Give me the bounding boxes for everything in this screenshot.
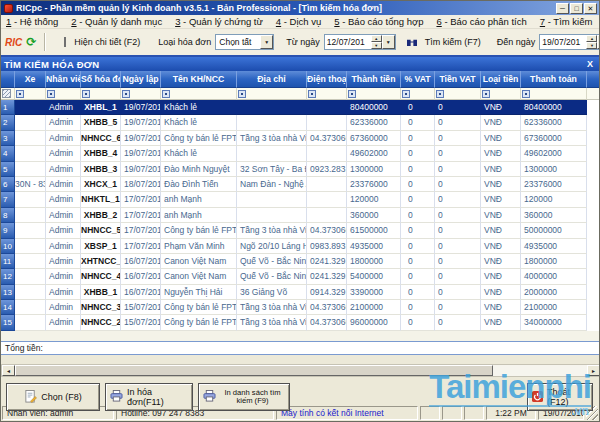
- table-cell[interactable]: 0: [401, 131, 435, 146]
- table-cell[interactable]: Admin: [46, 315, 81, 330]
- column-header[interactable]: Điện thoại: [307, 71, 347, 88]
- search-icon[interactable]: [406, 37, 418, 47]
- table-row[interactable]: 2AdminXHBB_519/07/2010Khách lẻ6233600000…: [1, 115, 599, 130]
- table-cell[interactable]: Admin: [46, 115, 81, 130]
- table-cell[interactable]: NHNCC_6: [81, 131, 121, 146]
- filter-button-icon[interactable]: [122, 90, 130, 98]
- filter-button-icon[interactable]: [436, 90, 444, 98]
- menu-item-2[interactable]: 2 - Quản lý danh mục: [71, 16, 162, 27]
- table-cell[interactable]: NHNCC_2: [81, 315, 121, 330]
- table-cell[interactable]: 32 Sơn Tây - Ba Đìn: [237, 162, 307, 177]
- table-cell[interactable]: 0: [435, 115, 481, 130]
- table-cell[interactable]: [15, 254, 46, 269]
- table-cell[interactable]: 4000000: [521, 269, 587, 284]
- table-cell[interactable]: Nam Đàn - Nghệ An: [237, 177, 307, 192]
- table-cell[interactable]: Công ty bán lẻ FPT: [161, 300, 237, 315]
- table-row[interactable]: 630N - 83AdminXHCX_118/07/2010Đào Đình T…: [1, 177, 599, 192]
- table-cell[interactable]: 1300000: [347, 162, 401, 177]
- table-cell[interactable]: Admin: [46, 131, 81, 146]
- table-cell[interactable]: 0914.329.329: [307, 285, 347, 300]
- table-cell[interactable]: 19/07/2010: [121, 100, 161, 115]
- row-number[interactable]: 3: [1, 131, 15, 146]
- row-number[interactable]: 11: [1, 254, 15, 269]
- table-cell[interactable]: 1800000: [521, 254, 587, 269]
- table-cell[interactable]: 0: [401, 192, 435, 207]
- table-cell[interactable]: 04.37306666: [307, 300, 347, 315]
- invoice-type-select[interactable]: Chọn tất ▼: [215, 34, 274, 50]
- menu-item-6[interactable]: 6 - Báo cáo phân tích: [436, 16, 526, 27]
- table-cell[interactable]: NHNCC_4: [81, 269, 121, 284]
- table-row[interactable]: 13AdminXHBB_116/07/2010Nguyễn Thị Hải36 …: [1, 285, 599, 300]
- table-cell[interactable]: 16/07/2010: [121, 254, 161, 269]
- maximize-button-icon[interactable]: □: [570, 3, 583, 14]
- table-cell[interactable]: 0: [401, 315, 435, 330]
- spin-up-icon[interactable]: ▲: [371, 35, 382, 42]
- filter-cell[interactable]: [46, 88, 81, 100]
- table-cell[interactable]: 0: [401, 177, 435, 192]
- table-cell[interactable]: 19/07/2010: [121, 162, 161, 177]
- table-cell[interactable]: [15, 300, 46, 315]
- table-row[interactable]: 15AdminNHNCC_215/07/2010Công ty bán lẻ F…: [1, 315, 599, 330]
- table-cell[interactable]: [15, 131, 46, 146]
- show-detail-checkbox[interactable]: [64, 37, 66, 47]
- filter-cell[interactable]: [15, 88, 46, 100]
- filter-button-icon[interactable]: [162, 90, 170, 98]
- table-cell[interactable]: VNĐ: [481, 162, 521, 177]
- table-cell[interactable]: 49602000: [347, 146, 401, 161]
- table-cell[interactable]: VNĐ: [481, 100, 521, 115]
- filter-button-icon[interactable]: [308, 90, 316, 98]
- table-cell[interactable]: Admin: [46, 254, 81, 269]
- table-cell[interactable]: VNĐ: [481, 239, 521, 254]
- row-number[interactable]: 8: [1, 208, 15, 223]
- table-cell[interactable]: Admin: [46, 162, 81, 177]
- table-cell[interactable]: [15, 115, 46, 130]
- row-number[interactable]: 1: [1, 100, 15, 115]
- table-cell[interactable]: 62336000: [521, 115, 587, 130]
- table-cell[interactable]: [307, 115, 347, 130]
- table-cell[interactable]: 19/07/2010: [121, 146, 161, 161]
- table-cell[interactable]: Nguyễn Thị Hải: [161, 285, 237, 300]
- table-cell[interactable]: Admin: [46, 269, 81, 284]
- table-cell[interactable]: Admin: [46, 100, 81, 115]
- table-cell[interactable]: Khách lẻ: [161, 100, 237, 115]
- filter-button-icon[interactable]: [47, 90, 55, 98]
- table-cell[interactable]: 0: [401, 269, 435, 284]
- table-cell[interactable]: 17/07/2010: [121, 239, 161, 254]
- table-cell[interactable]: [237, 208, 307, 223]
- table-row[interactable]: 10AdminXBSP_117/07/2010Phạm Văn MinhNgõ …: [1, 239, 599, 254]
- table-row[interactable]: 1AdminXHBL_119/07/2010Khách lẻ8040000000…: [1, 100, 599, 115]
- table-cell[interactable]: 0: [401, 239, 435, 254]
- table-cell[interactable]: 0: [401, 285, 435, 300]
- filter-cell[interactable]: [161, 88, 237, 100]
- filter-cell[interactable]: [401, 88, 435, 100]
- table-cell[interactable]: [237, 146, 307, 161]
- table-cell[interactable]: 34000000: [521, 315, 587, 330]
- table-cell[interactable]: Admin: [46, 285, 81, 300]
- chevron-down-icon[interactable]: ▼: [382, 35, 395, 49]
- row-number[interactable]: 14: [1, 300, 15, 315]
- table-cell[interactable]: Quế Võ - Bắc Ninh: [237, 254, 307, 269]
- table-cell[interactable]: 49602000: [521, 146, 587, 161]
- table-cell[interactable]: [307, 192, 347, 207]
- table-cell[interactable]: [307, 100, 347, 115]
- table-cell[interactable]: 0983.893.329: [307, 239, 347, 254]
- table-cell[interactable]: 0: [401, 115, 435, 130]
- table-cell[interactable]: 50000000: [521, 223, 587, 238]
- exit-button[interactable]: Thoát (F12): [527, 383, 593, 411]
- table-cell[interactable]: 80400000: [347, 100, 401, 115]
- filter-edit-cell[interactable]: [1, 88, 15, 100]
- table-cell[interactable]: 0241.329.832: [307, 269, 347, 284]
- table-row[interactable]: 12AdminNHNCC_416/07/2010Canon Việt NamQu…: [1, 269, 599, 284]
- table-cell[interactable]: 0: [435, 208, 481, 223]
- print-list-button[interactable]: In danh sách tìm kiếm (F9): [198, 383, 290, 411]
- table-cell[interactable]: 2100000: [521, 300, 587, 315]
- table-cell[interactable]: 0: [401, 300, 435, 315]
- table-cell[interactable]: Admin: [46, 300, 81, 315]
- table-cell[interactable]: 18/07/2010: [121, 177, 161, 192]
- spin-down-icon[interactable]: ▼: [586, 42, 597, 49]
- filter-cell[interactable]: [237, 88, 307, 100]
- filter-cell[interactable]: [307, 88, 347, 100]
- table-cell[interactable]: XHBB_2: [81, 208, 121, 223]
- table-cell[interactable]: [237, 192, 307, 207]
- row-number[interactable]: 4: [1, 146, 15, 161]
